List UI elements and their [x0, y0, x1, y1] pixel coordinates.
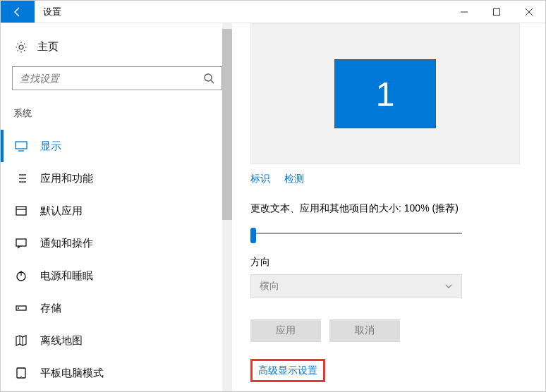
home-row[interactable]: 主页: [12, 36, 229, 66]
back-button[interactable]: [1, 1, 35, 23]
scrollbar-thumb[interactable]: [222, 29, 232, 220]
orientation-label: 方向: [250, 256, 520, 269]
cancel-button[interactable]: 取消: [329, 319, 400, 342]
svg-point-20: [18, 307, 19, 309]
slider-track: [250, 233, 462, 234]
nav-default-apps[interactable]: 默认应用: [12, 195, 229, 227]
nav-display[interactable]: 显示: [12, 130, 229, 162]
tablet-icon: [15, 367, 28, 379]
monitor-icon: [15, 140, 28, 152]
identify-link[interactable]: 标识: [250, 173, 270, 185]
sidebar-scrollbar[interactable]: [222, 23, 232, 391]
search-box[interactable]: [12, 66, 222, 90]
chevron-down-icon: [444, 282, 453, 290]
nav-label: 应用和功能: [40, 172, 93, 185]
storage-icon: [15, 302, 28, 314]
nav-label: 默认应用: [40, 204, 83, 218]
maximize-icon: [493, 8, 500, 16]
nav-tablet-mode[interactable]: 平板电脑模式: [12, 357, 229, 389]
nav-label: 通知和操作: [40, 237, 93, 250]
nav-label: 离线地图: [40, 334, 83, 348]
nav-notifications[interactable]: 通知和操作: [12, 227, 229, 259]
search-input[interactable]: [20, 73, 203, 84]
scale-slider[interactable]: [250, 226, 462, 240]
nav-apps[interactable]: 应用和功能: [12, 162, 229, 195]
detect-link[interactable]: 检测: [284, 173, 304, 185]
nav-label: 电源和睡眠: [40, 269, 93, 283]
svg-rect-1: [494, 8, 500, 15]
nav-label: 平板电脑模式: [40, 367, 104, 380]
apply-button[interactable]: 应用: [250, 319, 321, 342]
svg-point-24: [20, 376, 22, 377]
nav-storage[interactable]: 存储: [12, 292, 229, 324]
advanced-display-link[interactable]: 高级显示设置: [258, 365, 317, 376]
advanced-link-highlight: 高级显示设置: [250, 359, 325, 382]
orientation-dropdown[interactable]: 横向: [250, 274, 462, 298]
nav-offline-maps[interactable]: 离线地图: [12, 324, 229, 357]
category-label: 系统: [12, 107, 229, 120]
titlebar: 设置: [1, 1, 545, 23]
close-icon: [526, 8, 533, 16]
map-icon: [15, 334, 28, 347]
svg-rect-6: [16, 142, 27, 149]
svg-point-4: [205, 74, 212, 81]
arrow-left-icon: [12, 6, 23, 18]
maximize-button[interactable]: [480, 1, 513, 23]
svg-line-5: [211, 80, 214, 83]
minimize-icon: [461, 8, 468, 16]
minimize-button[interactable]: [448, 1, 480, 23]
main-panel: 1 标识 检测 更改文本、应用和其他项目的大小: 100% (推荐) 方向 横向…: [232, 23, 545, 391]
dropdown-value: 横向: [260, 280, 279, 293]
monitor-preview[interactable]: 1: [250, 23, 520, 164]
nav-label: 显示: [40, 140, 61, 153]
slider-thumb[interactable]: [250, 228, 256, 243]
svg-rect-14: [16, 207, 26, 215]
close-button[interactable]: [513, 1, 545, 23]
power-icon: [15, 269, 28, 282]
gear-icon: [15, 41, 28, 54]
nav-label: 存储: [40, 302, 61, 315]
svg-rect-16: [16, 239, 26, 246]
window-title: 设置: [35, 1, 70, 23]
notification-icon: [15, 237, 28, 250]
list-icon: [15, 172, 28, 185]
search-icon: [203, 73, 214, 84]
default-apps-icon: [15, 204, 28, 217]
sidebar: 主页 系统 显示 应用和功能 默认应用 通知和操作 电源和睡眠 存: [1, 23, 232, 391]
monitor-box[interactable]: 1: [334, 59, 436, 128]
home-label: 主页: [37, 40, 59, 54]
nav-power[interactable]: 电源和睡眠: [12, 259, 229, 292]
scale-label: 更改文本、应用和其他项目的大小: 100% (推荐): [250, 202, 520, 215]
